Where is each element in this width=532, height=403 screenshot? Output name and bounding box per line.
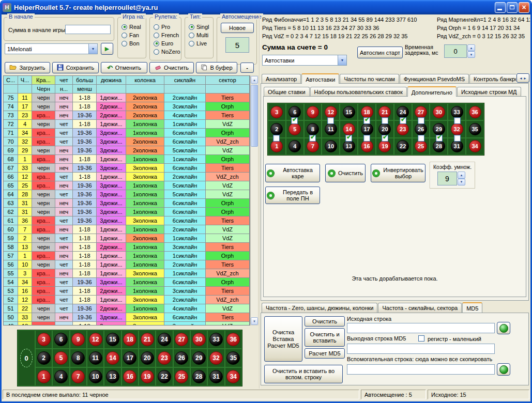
board-number-cell[interactable]: 25 [173,367,190,386]
tab-контроль-банкрол[interactable]: Контроль банкрол... [469,74,516,84]
send-to-pn-button[interactable]: Передать в поле ПН [265,187,320,204]
board-select-checkbox[interactable]: ✔ [382,135,388,142]
md5-calc-button[interactable]: Расчет MD5 [305,348,345,359]
table-row[interactable]: 6733черннеч19-363дюжи...3колонка6сиклайн… [4,164,250,173]
board-select-checkbox[interactable] [418,135,424,142]
radio-real[interactable]: Real [118,23,146,31]
table-row[interactable]: 5033черннеч19-363дюжи...3колонка6сиклайн… [4,313,250,322]
table-row[interactable]: 5316кра...чет1-182дюжи...1колонка3сиклай… [4,287,250,296]
md5-aux-action-button[interactable] [497,363,510,376]
scroll-up-icon[interactable]: ▲ [251,76,258,84]
board-number-cell[interactable]: 33 [207,330,224,349]
tab-частота-сиклайны-сектора[interactable]: Частота - сиклайны, сектора [378,303,462,313]
autospin-start-button[interactable]: Автоспин старт [357,47,403,58]
board-number-cell[interactable]: 32 [207,349,224,367]
tab-автоставки[interactable]: Автоставки [301,73,339,84]
chevron-down-icon[interactable]: ▼ [338,55,346,65]
table-row[interactable]: 681кра...неч1-181дюжи...1колонка1сиклайн… [4,155,250,164]
board-number-cell[interactable]: 12 [87,330,104,349]
board-number-cell[interactable]: 15 [104,330,121,349]
delay-spin-up-icon[interactable]: ▲ [467,44,475,51]
board-number-cell[interactable]: 19 [139,367,156,386]
board-select-checkbox[interactable] [418,117,424,124]
coeff-spin-up-icon[interactable]: ▲ [458,172,465,179]
board-select-checkbox[interactable] [382,117,388,124]
preset-combo[interactable]: 1Melonati ▼ [5,43,98,54]
register-checkbox[interactable] [418,335,424,342]
restore-button[interactable] [507,2,518,13]
board-number-cell[interactable]: 21 [139,330,156,349]
board-number-cell[interactable]: 17 [121,349,139,367]
table-row[interactable]: 5212кра...чет1-181дюжи...3колонка2сиклай… [4,296,250,304]
undo-button[interactable]: ↶ Отменить [101,62,147,73]
board-number-cell[interactable]: 6 [52,330,69,349]
table-scrollbar[interactable]: ▲ ▼ [250,75,259,326]
table-row[interactable]: 7417черннеч1-182дюжи...2колонка3сиклайнO… [4,102,250,111]
board-number-cell[interactable]: 20 [139,349,156,367]
delay-spin-down-icon[interactable]: ▼ [467,51,475,58]
board-select-checkbox[interactable]: ✔ [345,135,352,142]
table-row[interactable]: 6136кра...чет19-363дюжи...3колонка6сикла… [4,216,250,225]
table-row[interactable]: 6331черннеч19-363дюжи...1колонка6сиклайн… [4,199,250,208]
board-number-cell[interactable]: 11 [87,349,104,367]
table-row[interactable]: 724чернчет1-181дюжи...1колонка1сиклайнVd… [4,120,250,129]
table-row[interactable]: 571кра...неч1-181дюжи...1колонка1сиклайн… [4,252,250,260]
table-row[interactable]: 4918кра...чет1-182дюжи...3колонка3сиклай… [4,322,250,326]
tab-md5[interactable]: MD5 [462,302,482,313]
tab-наборы-пользовательских-ставок[interactable]: Наборы пользовательских ставок [310,87,407,97]
board-number-cell[interactable]: 9 [304,103,322,120]
table-row[interactable]: 6525кра...неч19-363дюжи...1колонка5сикла… [4,181,250,190]
table-row[interactable]: 592чернчет1-181дюжи...2колонка1сиклайнVd… [4,234,250,243]
md5-source-input[interactable] [347,323,495,333]
radio-singl[interactable]: Singl [185,23,213,31]
board-number-cell[interactable]: 22 [156,367,173,386]
board-number-cell[interactable]: 35 [225,349,242,367]
md5-clear-paste-button[interactable]: Очистить и вставить [305,328,345,347]
board-number-cell[interactable]: 7 [70,367,87,386]
board-number-cell[interactable]: 3 [268,103,286,120]
board-number-cell[interactable]: 34 [225,367,242,386]
board-number-cell[interactable]: 5 [52,349,69,367]
board-select-checkbox[interactable] [327,117,334,124]
tab-scroll-button[interactable]: ◄► [516,73,529,83]
table-row[interactable]: 6428чернчет19-363дюжи...1колонка5сиклайн… [4,190,250,199]
board-number-cell[interactable]: 36 [225,330,242,349]
board-select-checkbox[interactable]: ✔ [309,135,316,142]
new-button[interactable]: Новое [221,23,254,33]
collapse-button[interactable]: - [240,63,254,73]
table-row[interactable]: 7511черннеч1-181дюжи...2колонка2сиклайнT… [4,94,250,102]
board-number-cell[interactable]: 14 [104,349,121,367]
scrollbar-thumb[interactable] [251,85,258,147]
close-button[interactable]: × [519,2,529,13]
load-button[interactable]: Загрузить [5,62,50,73]
table-row[interactable]: 5813черннеч1-182дюжи...1колонка3сиклайнT… [4,243,250,252]
radio-bon[interactable]: Bon [118,39,146,48]
board-number-cell[interactable]: 34 [466,138,484,155]
table-row[interactable]: 7032кра...чет19-363дюжи...2колонка6сикла… [4,137,250,146]
board-number-cell[interactable]: 35 [466,120,484,137]
board-number-cell[interactable]: 30 [430,103,448,120]
board-number-cell[interactable]: 24 [156,330,173,349]
board-number-cell[interactable]: 8 [70,349,87,367]
start-sum-input[interactable] [65,25,111,34]
board-select-checkbox[interactable] [363,135,370,142]
table-row[interactable]: 7323кра...неч19-362дюжи...2колонка4сикла… [4,111,250,120]
radio-euro[interactable]: Euro [150,39,181,48]
board-number-cell[interactable]: 4 [52,367,69,386]
radio-multi[interactable]: Multi [185,31,213,39]
board-zero-cell[interactable]: 0 [18,330,35,386]
table-row[interactable]: 5122чернчет19-362дюжи...1колонка4сиклайн… [4,304,250,313]
scroll-down-icon[interactable]: ▼ [251,317,258,325]
md5-clear-paste-aux-button[interactable]: Очистить и вставить во вспом. строку [264,365,343,383]
board-number-cell[interactable]: 1 [35,367,52,386]
radio-live[interactable]: Live [185,39,213,48]
copy-to-buffer-button[interactable]: В буфер [196,62,237,73]
board-number-cell[interactable]: 2 [35,349,52,367]
tab-функционал-psevdoms[interactable]: Функционал PsevdoMS [400,74,469,84]
board-select-checkbox[interactable] [454,135,461,142]
tab-частоты-по-числам[interactable]: Частоты по числам [340,74,399,84]
tab-исходные-строки-мд[interactable]: Исходные строки МД [457,87,521,97]
board-select-checkbox[interactable]: ✔ [436,135,443,142]
table-row[interactable]: 5434кра...чет19-363дюжи...1колонка6сикла… [4,278,250,287]
tab-дополнительно[interactable]: Дополнительно [407,86,457,97]
